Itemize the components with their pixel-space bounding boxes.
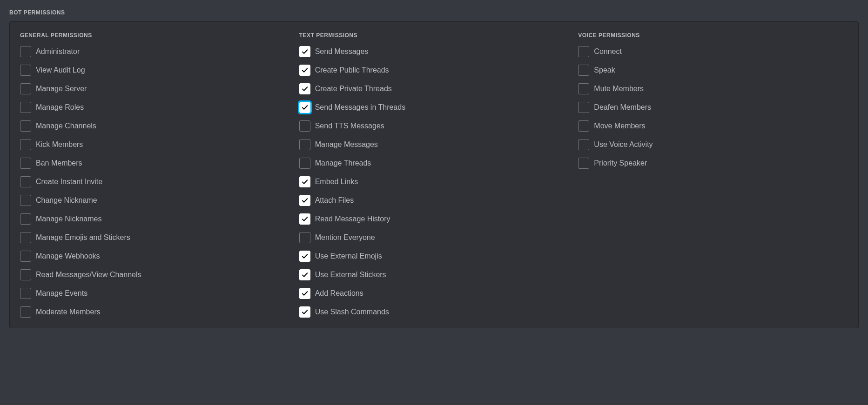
permission-item[interactable]: Embed Links — [299, 176, 569, 187]
column-header-voice: VOICE PERMISSIONS — [578, 32, 848, 39]
checkbox[interactable] — [299, 120, 310, 132]
permission-label: Kick Members — [36, 140, 83, 150]
permission-label: Change Nickname — [36, 196, 97, 206]
checkbox[interactable] — [20, 65, 31, 76]
permission-item[interactable]: Administrator — [20, 46, 290, 57]
checkbox[interactable] — [20, 232, 31, 243]
permission-item[interactable]: Kick Members — [20, 139, 290, 150]
permission-label: Deafen Members — [594, 103, 651, 113]
permission-item[interactable]: Ban Members — [20, 158, 290, 169]
checkbox[interactable] — [20, 120, 31, 132]
checkbox[interactable] — [299, 213, 310, 225]
permission-label: Add Reactions — [315, 289, 363, 299]
checkbox[interactable] — [20, 306, 31, 318]
permission-item[interactable]: Change Nickname — [20, 195, 290, 206]
checkbox[interactable] — [299, 306, 310, 318]
permission-item[interactable]: Send Messages — [299, 46, 569, 57]
permission-item[interactable]: Manage Threads — [299, 158, 569, 169]
permission-item[interactable]: Manage Events — [20, 288, 290, 299]
permission-item[interactable]: Read Messages/View Channels — [20, 269, 290, 280]
permission-item[interactable]: Speak — [578, 65, 848, 76]
checkbox[interactable] — [578, 120, 589, 132]
permission-label: Move Members — [594, 121, 645, 131]
checkbox[interactable] — [578, 102, 589, 113]
checkbox[interactable] — [299, 158, 310, 169]
permissions-column-general: GENERAL PERMISSIONSAdministratorView Aud… — [20, 32, 290, 318]
checkbox[interactable] — [20, 288, 31, 299]
permissions-box: GENERAL PERMISSIONSAdministratorView Aud… — [9, 21, 859, 328]
permission-item[interactable]: Attach Files — [299, 195, 569, 206]
permission-item[interactable]: Moderate Members — [20, 306, 290, 318]
permission-label: Create Private Threads — [315, 84, 392, 94]
permission-item[interactable]: Deafen Members — [578, 102, 848, 113]
permission-item[interactable]: View Audit Log — [20, 65, 290, 76]
permission-item[interactable]: Read Message History — [299, 213, 569, 225]
permission-label: Read Messages/View Channels — [36, 270, 141, 280]
permission-label: Administrator — [36, 47, 80, 57]
checkbox[interactable] — [578, 158, 589, 169]
checkbox[interactable] — [299, 65, 310, 76]
permission-item[interactable]: Priority Speaker — [578, 158, 848, 169]
permission-item[interactable]: Manage Messages — [299, 139, 569, 150]
permission-item[interactable]: Manage Channels — [20, 120, 290, 132]
checkbox[interactable] — [20, 46, 31, 57]
permissions-column-text: TEXT PERMISSIONSSend MessagesCreate Publ… — [299, 32, 569, 318]
permission-item[interactable]: Connect — [578, 46, 848, 57]
permission-label: Ban Members — [36, 159, 82, 168]
permission-item[interactable]: Use Slash Commands — [299, 306, 569, 318]
permission-item[interactable]: Manage Emojis and Stickers — [20, 232, 290, 243]
permission-item[interactable]: Use External Emojis — [299, 251, 569, 262]
permission-label: Create Public Threads — [315, 66, 389, 75]
permission-label: View Audit Log — [36, 66, 85, 75]
permission-item[interactable]: Send Messages in Threads — [299, 102, 569, 113]
checkbox[interactable] — [578, 65, 589, 76]
permission-label: Manage Roles — [36, 103, 84, 113]
checkbox[interactable] — [299, 232, 310, 243]
checkbox[interactable] — [20, 251, 31, 262]
checkbox[interactable] — [20, 158, 31, 169]
permission-label: Use Slash Commands — [315, 307, 389, 317]
checkbox[interactable] — [299, 176, 310, 187]
permission-item[interactable]: Manage Server — [20, 83, 290, 94]
checkbox[interactable] — [299, 269, 310, 280]
permission-item[interactable]: Create Private Threads — [299, 83, 569, 94]
permission-label: Manage Emojis and Stickers — [36, 233, 130, 243]
permission-item[interactable]: Mention Everyone — [299, 232, 569, 243]
checkbox[interactable] — [299, 46, 310, 57]
checkbox[interactable] — [299, 288, 310, 299]
checkbox[interactable] — [20, 176, 31, 187]
permission-item[interactable]: Mute Members — [578, 83, 848, 94]
permission-item[interactable]: Create Public Threads — [299, 65, 569, 76]
checkbox[interactable] — [299, 102, 310, 113]
permission-label: Priority Speaker — [594, 159, 647, 168]
checkbox[interactable] — [578, 46, 589, 57]
checkbox[interactable] — [20, 195, 31, 206]
permission-item[interactable]: Send TTS Messages — [299, 120, 569, 132]
permission-item[interactable]: Manage Webhooks — [20, 251, 290, 262]
permission-label: Manage Nicknames — [36, 214, 101, 224]
checkbox[interactable] — [20, 83, 31, 94]
permission-item[interactable]: Move Members — [578, 120, 848, 132]
column-header-general: GENERAL PERMISSIONS — [20, 32, 290, 39]
permission-label: Manage Webhooks — [36, 252, 100, 261]
checkbox[interactable] — [20, 269, 31, 280]
permission-item[interactable]: Manage Roles — [20, 102, 290, 113]
checkbox[interactable] — [299, 139, 310, 150]
permission-label: Use External Emojis — [315, 252, 382, 261]
checkbox[interactable] — [20, 213, 31, 225]
permission-item[interactable]: Use External Stickers — [299, 269, 569, 280]
checkbox[interactable] — [578, 139, 589, 150]
checkbox[interactable] — [578, 83, 589, 94]
permission-item[interactable]: Use Voice Activity — [578, 139, 848, 150]
permission-label: Use Voice Activity — [594, 140, 653, 150]
permission-item[interactable]: Add Reactions — [299, 288, 569, 299]
permission-label: Manage Channels — [36, 121, 96, 131]
checkbox[interactable] — [20, 102, 31, 113]
checkbox[interactable] — [299, 195, 310, 206]
permission-item[interactable]: Create Instant Invite — [20, 176, 290, 187]
checkbox[interactable] — [299, 83, 310, 94]
checkbox[interactable] — [20, 139, 31, 150]
permission-label: Connect — [594, 47, 622, 57]
permission-item[interactable]: Manage Nicknames — [20, 213, 290, 225]
checkbox[interactable] — [299, 251, 310, 262]
